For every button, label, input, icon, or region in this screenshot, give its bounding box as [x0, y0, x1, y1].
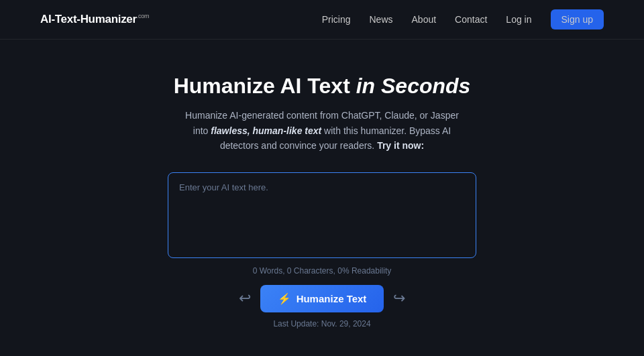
- stats-label: 0 Words, 0 Characters, 0% Readability: [253, 266, 392, 276]
- humanize-button-label: Humanize Text: [297, 293, 367, 304]
- nav-contact[interactable]: Contact: [455, 14, 487, 25]
- nav-pricing[interactable]: Pricing: [322, 14, 351, 25]
- hero-desc-bold: flawless, human-like text: [211, 125, 321, 136]
- improve-section: 🤖 Improve and Humanize AI Text Your home…: [0, 342, 644, 356]
- hero-description: Humanize AI-generated content from ChatG…: [181, 108, 463, 153]
- hero-section: Humanize AI Text in Seconds Humanize AI-…: [0, 40, 644, 342]
- signup-button[interactable]: Sign up: [551, 9, 604, 29]
- hero-title-em: in Seconds: [356, 74, 471, 98]
- nav-news[interactable]: News: [370, 14, 393, 25]
- navbar: AI-Text-Humanizer.com Pricing News About…: [0, 0, 644, 40]
- humanize-button[interactable]: ⚡ Humanize Text: [260, 285, 384, 312]
- word-count-display: 0 Words, 0 Characters, 0% Readability: [13, 266, 631, 276]
- arrow-right-icon: ↪: [393, 291, 405, 306]
- humanize-row: ↩ ⚡ Humanize Text ↪: [13, 285, 631, 312]
- nav-links: Pricing News About Contact Log in Sign u…: [322, 9, 604, 29]
- logo-bold: Humanizer: [80, 13, 137, 25]
- hero-desc-cta: Try it now:: [377, 140, 424, 151]
- logo-prefix: AI-Text-: [40, 13, 80, 25]
- logo: AI-Text-Humanizer.com: [40, 13, 149, 26]
- hero-title: Humanize AI Text in Seconds: [13, 73, 631, 99]
- nav-about[interactable]: About: [412, 14, 437, 25]
- hero-title-prefix: Humanize AI Text: [174, 74, 356, 98]
- last-update: Last Update: Nov. 29, 2024: [13, 319, 631, 329]
- logo-dotcom: .com: [137, 13, 149, 19]
- login-button[interactable]: Log in: [506, 14, 531, 25]
- arrow-left-icon: ↩: [239, 291, 251, 306]
- text-input-wrapper: [168, 172, 476, 261]
- ai-text-input[interactable]: [168, 172, 476, 258]
- last-update-label: Last Update: Nov. 29, 2024: [273, 319, 370, 329]
- zap-icon: ⚡: [278, 292, 291, 305]
